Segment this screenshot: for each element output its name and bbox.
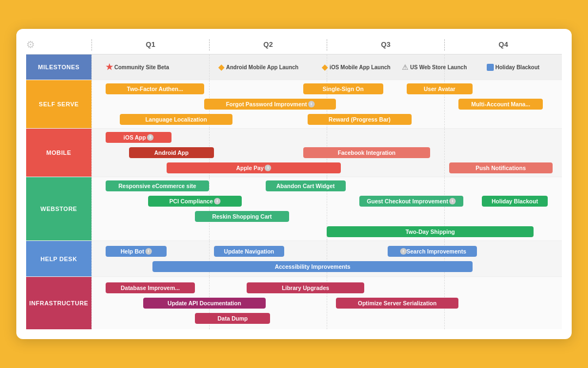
bar-forgotpw: Forgot Password Improvment i — [204, 99, 336, 110]
q3-header: Q3 — [327, 39, 444, 51]
mobile-content: iOS App 3 Android App Facebook Integrati… — [91, 129, 562, 177]
bar-reskin: Reskin Shopping Cart — [195, 211, 289, 222]
milestone-holiday-label: Holiday Blackout — [495, 64, 540, 70]
bar-pushnotif: Push Notifications — [449, 162, 553, 173]
q1-header: Q1 — [91, 39, 209, 51]
bar-searchimprove: i Search Improvements — [388, 246, 477, 257]
bar-abandon: Abandon Cart Widget — [266, 180, 346, 191]
bar-sso: Single-Sign On — [303, 83, 383, 94]
q4-header: Q4 — [444, 39, 562, 51]
webstore-content: Responsive eCommerce site Abandon Cart W… — [91, 177, 562, 240]
mobile-section: MOBILE iOS App 3 Android App Facebook In… — [26, 129, 562, 177]
bar-library: Library Upgrades — [247, 282, 364, 293]
diamond-icon-android: ◆ — [218, 63, 224, 71]
selfserve-content: Two-Factor Authen... Single-Sign On User… — [91, 80, 562, 128]
helpdesk-content: Help Bot i Update Navigation i Search Im… — [91, 241, 562, 276]
infra-row3: Data Dump — [91, 311, 562, 325]
header-label-col: ⚙ — [26, 39, 91, 51]
webstore-row4: Two-Day Shipping — [91, 225, 562, 239]
bar-multiaccount: Multi-Account Mana... — [458, 99, 543, 110]
webstore-row3: Reskin Shopping Cart — [91, 209, 562, 224]
bar-iosapp: iOS App 3 — [106, 132, 171, 143]
infra-row2: Update API Documentation Optimize Server… — [91, 296, 562, 310]
infra-row1: Database Improvem... Library Upgrades — [91, 281, 562, 295]
gantt-chart-card: ⚙ Q1 Q2 Q3 Q4 MILESTONES — [16, 29, 572, 339]
webstore-row2: PCI Compliance i Guest Checkout Improvem… — [91, 194, 562, 208]
bar-dbimprove: Database Improvem... — [106, 282, 195, 293]
gantt-wrapper: ⚙ Q1 Q2 Q3 Q4 MILESTONES — [26, 39, 562, 329]
milestone-community-label: Community Site Beta — [114, 64, 169, 70]
bar-guest: Guest Checkout Improvement i — [359, 196, 463, 207]
bar-pci: PCI Compliance i — [148, 196, 242, 207]
milestone-community: ★ Community Site Beta — [106, 62, 169, 72]
selfserve-section: SELF SERVE Two-Factor Authen... Single-S… — [26, 80, 562, 129]
bar-helpbot: Help Bot i — [106, 246, 167, 257]
webstore-row1: Responsive eCommerce site Abandon Cart W… — [91, 179, 562, 193]
milestone-webstore-label: US Web Store Launch — [410, 64, 467, 70]
bar-applepay: Apple Pay i — [167, 162, 341, 173]
quarters-header: Q1 Q2 Q3 Q4 — [91, 39, 562, 51]
infra-label: INFRASTRUCTURE — [26, 277, 91, 329]
milestones-label: MILESTONES — [26, 55, 91, 80]
bar-avatar: User Avatar — [407, 83, 473, 94]
milestones-section: MILESTONES ★ Community Site Beta — [26, 55, 562, 80]
milestones-content: ★ Community Site Beta ◆ Android Mobile A… — [91, 55, 562, 80]
bar-updatenav: Update Navigation — [214, 246, 285, 257]
bar-holiday-webstore: Holiday Blackout — [482, 196, 548, 207]
bar-serveropt: Optimize Server Serialization — [336, 298, 458, 309]
milestone-android-label: Android Mobile App Launch — [226, 64, 298, 70]
milestone-android: ◆ Android Mobile App Launch — [218, 63, 298, 71]
info-dot-helpbot: i — [145, 248, 152, 255]
info-dot-forgotpw: i — [308, 101, 315, 107]
helpdesk-label: HELP DESK — [26, 241, 91, 276]
mobile-row1: iOS App 3 — [91, 130, 562, 144]
square-icon — [487, 64, 494, 71]
bar-twofactor: Two-Factor Authen... — [106, 83, 204, 94]
gantt-header: ⚙ Q1 Q2 Q3 Q4 — [26, 39, 562, 55]
milestones-bar-row: ★ Community Site Beta ◆ Android Mobile A… — [91, 57, 562, 77]
bar-datadump: Data Dump — [195, 313, 270, 324]
selfserve-row3: Language Localization Reward (Progress B… — [91, 112, 562, 126]
info-dot-pci: i — [214, 198, 220, 204]
infra-section: INFRASTRUCTURE Database Improvem... Libr… — [26, 277, 562, 329]
info-dot-applepay: i — [265, 165, 271, 171]
bar-responsive: Responsive eCommerce site — [106, 180, 209, 191]
selfserve-row1: Two-Factor Authen... Single-Sign On User… — [91, 82, 562, 96]
milestone-ios-label: iOS Mobile App Launch — [329, 64, 390, 70]
webstore-label: WEBSTORE — [26, 177, 91, 240]
webstore-section: WEBSTORE Responsive eCommerce site Aband… — [26, 177, 562, 241]
bar-language: Language Localization — [120, 114, 232, 125]
info-dot-iosapp: 3 — [147, 134, 154, 141]
info-dot-search: i — [400, 248, 407, 255]
selfserve-row2: Forgot Password Improvment i Multi-Accou… — [91, 97, 562, 111]
helpdesk-section: HELP DESK Help Bot i Update Navigation i… — [26, 241, 562, 277]
helpdesk-row2: Accessibility Improvements — [91, 260, 562, 274]
milestone-ios: ◆ iOS Mobile App Launch — [322, 63, 390, 71]
bar-accessibility: Accessibility Improvements — [152, 261, 473, 272]
diamond-icon-ios: ◆ — [322, 63, 328, 71]
mobile-row3: Apple Pay i Push Notifications — [91, 161, 562, 175]
bar-facebook: Facebook Integration — [303, 147, 430, 158]
bar-apiupdate: Update API Documentation — [143, 298, 266, 309]
settings-icon: ⚙ — [26, 39, 35, 50]
milestone-webstore: ⚠ US Web Store Launch — [402, 63, 467, 71]
bar-reward: Reward (Progress Bar) — [308, 114, 411, 125]
q2-header: Q2 — [209, 39, 327, 51]
selfserve-label: SELF SERVE — [26, 80, 91, 128]
bar-androidapp: Android App — [129, 147, 214, 158]
infra-content: Database Improvem... Library Upgrades Up… — [91, 277, 562, 329]
info-dot-guest: i — [449, 198, 456, 204]
bar-twodayship: Two-Day Shipping — [327, 226, 534, 237]
mobile-label: MOBILE — [26, 129, 91, 177]
star-icon: ★ — [106, 62, 113, 72]
warn-icon: ⚠ — [402, 63, 408, 71]
milestone-holiday: Holiday Blackout — [487, 64, 540, 71]
helpdesk-row1: Help Bot i Update Navigation i Search Im… — [91, 244, 562, 258]
mobile-row2: Android App Facebook Integration — [91, 146, 562, 160]
